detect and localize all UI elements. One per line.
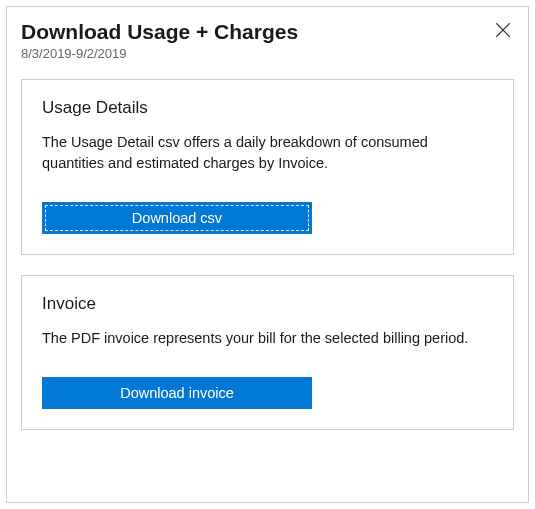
download-invoice-button[interactable]: Download invoice bbox=[42, 377, 312, 409]
invoice-card-title: Invoice bbox=[42, 294, 493, 314]
date-range: 8/3/2019-9/2/2019 bbox=[21, 46, 492, 61]
header-text: Download Usage + Charges 8/3/2019-9/2/20… bbox=[21, 19, 492, 61]
invoice-card: Invoice The PDF invoice represents your … bbox=[21, 275, 514, 430]
download-panel: Download Usage + Charges 8/3/2019-9/2/20… bbox=[6, 6, 529, 503]
close-icon bbox=[494, 21, 512, 39]
close-button[interactable] bbox=[492, 19, 514, 43]
download-csv-button[interactable]: Download csv bbox=[42, 202, 312, 234]
panel-title: Download Usage + Charges bbox=[21, 19, 492, 44]
usage-card-description: The Usage Detail csv offers a daily brea… bbox=[42, 132, 493, 174]
invoice-card-description: The PDF invoice represents your bill for… bbox=[42, 328, 493, 349]
usage-card-title: Usage Details bbox=[42, 98, 493, 118]
panel-header: Download Usage + Charges 8/3/2019-9/2/20… bbox=[21, 19, 514, 61]
usage-details-card: Usage Details The Usage Detail csv offer… bbox=[21, 79, 514, 255]
